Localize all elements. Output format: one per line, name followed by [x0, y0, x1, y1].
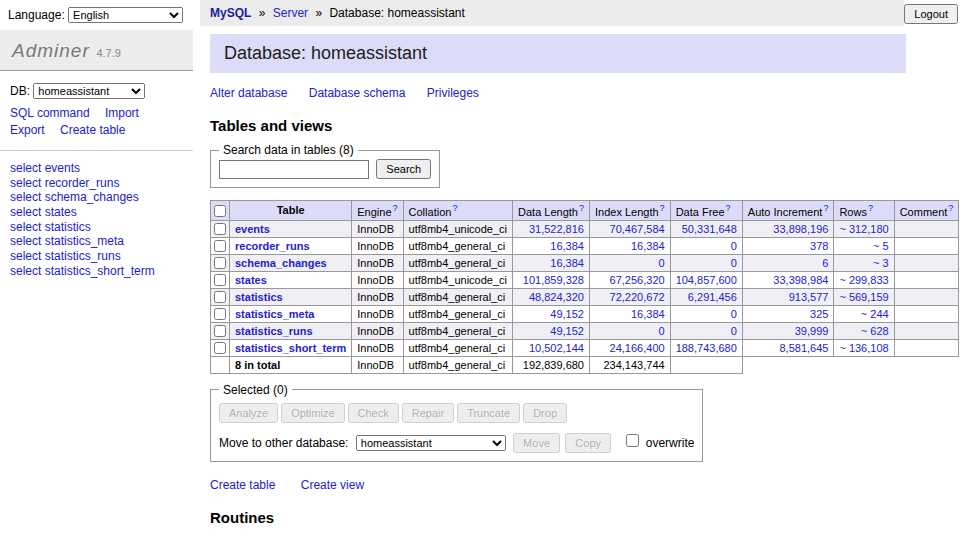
select-statistics-link[interactable]: select statistics [10, 220, 91, 234]
table-name-link-statistics_meta[interactable]: statistics_meta [235, 308, 315, 320]
data-length-link[interactable]: 101,859,328 [523, 274, 584, 286]
data-free-link[interactable]: 6,291,456 [688, 291, 737, 303]
bulk-analyze-button[interactable]: Analyze [219, 403, 278, 423]
row-checkbox-statistics[interactable] [214, 291, 226, 303]
help-link-data-length[interactable]: ? [579, 203, 584, 213]
data-length-link[interactable]: 49,152 [550, 325, 584, 337]
row-checkbox-statistics_meta[interactable] [214, 308, 226, 320]
row-checkbox-statistics_runs[interactable] [214, 325, 226, 337]
search-button[interactable]: Search [376, 159, 431, 179]
row-checkbox-schema_changes[interactable] [214, 257, 226, 269]
db-select[interactable]: homeassistant [33, 83, 145, 99]
index-length-link[interactable]: 16,384 [631, 240, 665, 252]
data-free-link[interactable]: 0 [731, 240, 737, 252]
help-link-rows[interactable]: ? [868, 203, 873, 213]
data-free-link[interactable]: 104,857,600 [676, 274, 737, 286]
sidebar-link-import[interactable]: Import [105, 106, 139, 120]
rows-link[interactable]: ~ 569,159 [839, 291, 888, 303]
help-link-data-free[interactable]: ? [726, 203, 731, 213]
select-all-checkbox[interactable] [214, 205, 226, 217]
data-length-link[interactable]: 48,824,320 [529, 291, 584, 303]
breadcrumb-server-link[interactable]: Server [273, 6, 308, 20]
row-checkbox-events[interactable] [214, 223, 226, 235]
action-link-create-table[interactable]: Create table [210, 478, 275, 492]
bulk-check-button[interactable]: Check [348, 403, 399, 423]
nav-link-database-schema[interactable]: Database schema [309, 86, 406, 100]
index-length-link[interactable]: 16,384 [631, 308, 665, 320]
bulk-optimize-button[interactable]: Optimize [281, 403, 344, 423]
row-checkbox-states[interactable] [214, 274, 226, 286]
select-events-link[interactable]: select events [10, 161, 80, 175]
sidebar-link-sql-command[interactable]: SQL command [10, 106, 90, 120]
table-name-link-statistics_short_term[interactable]: statistics_short_term [235, 342, 346, 354]
help-link-index-length[interactable]: ? [660, 203, 665, 213]
help-link-comment[interactable]: ? [948, 203, 953, 213]
sidebar-link-export[interactable]: Export [10, 123, 45, 137]
table-name-link-recorder_runs[interactable]: recorder_runs [235, 240, 310, 252]
rows-link[interactable]: ~ 244 [861, 308, 889, 320]
select-statistics-short-term-link[interactable]: select statistics_short_term [10, 264, 155, 278]
help-link-auto-increment[interactable]: ? [823, 203, 828, 213]
sidebar-link-create-table[interactable]: Create table [60, 123, 125, 137]
index-length-link[interactable]: 0 [659, 257, 665, 269]
table-name-link-statistics_runs[interactable]: statistics_runs [235, 325, 313, 337]
select-statistics-meta-link[interactable]: select statistics_meta [10, 234, 124, 248]
auto-increment-link[interactable]: 913,577 [789, 291, 829, 303]
auto-increment-link[interactable]: 6 [822, 257, 828, 269]
select-schema-changes-link[interactable]: select schema_changes [10, 190, 139, 204]
rows-link[interactable]: ~ 628 [861, 325, 889, 337]
bulk-repair-button[interactable]: Repair [402, 403, 454, 423]
auto-increment-link[interactable]: 325 [810, 308, 828, 320]
data-length-link[interactable]: 49,152 [550, 308, 584, 320]
auto-increment-link[interactable]: 8,581,645 [779, 342, 828, 354]
nav-link-privileges[interactable]: Privileges [427, 86, 479, 100]
row-checkbox-statistics_short_term[interactable] [214, 342, 226, 354]
auto-increment-link[interactable]: 33,398,984 [773, 274, 828, 286]
row-checkbox-recorder_runs[interactable] [214, 240, 226, 252]
data-free-link[interactable]: 0 [731, 308, 737, 320]
data-free-link[interactable]: 0 [731, 325, 737, 337]
data-free-link[interactable]: 0 [731, 257, 737, 269]
nav-link-alter-database[interactable]: Alter database [210, 86, 287, 100]
overwrite-checkbox[interactable] [626, 434, 639, 447]
move-button[interactable]: Move [513, 433, 560, 453]
select-recorder-runs-link[interactable]: select recorder_runs [10, 176, 119, 190]
data-length-link[interactable]: 16,384 [550, 240, 584, 252]
select-statistics-runs-link[interactable]: select statistics_runs [10, 249, 121, 263]
data-free-link[interactable]: 188,743,680 [676, 342, 737, 354]
index-length-link[interactable]: 70,467,584 [610, 223, 665, 235]
index-length-link[interactable]: 0 [659, 325, 665, 337]
rows-link[interactable]: ~ 136,108 [839, 342, 888, 354]
bulk-truncate-button[interactable]: Truncate [457, 403, 520, 423]
data-length-link[interactable]: 10,502,144 [529, 342, 584, 354]
rows-link[interactable]: ~ 299,833 [839, 274, 888, 286]
index-length-link[interactable]: 24,166,400 [610, 342, 665, 354]
auto-increment-link[interactable]: 378 [810, 240, 828, 252]
language-select[interactable]: English [68, 7, 183, 23]
data-length-link[interactable]: 16,384 [550, 257, 584, 269]
index-length-link[interactable]: 72,220,672 [610, 291, 665, 303]
rows-link[interactable]: ~ 3 [873, 257, 889, 269]
help-link-engine[interactable]: ? [393, 203, 398, 213]
action-link-create-view[interactable]: Create view [301, 478, 364, 492]
search-input[interactable] [219, 160, 369, 179]
help-link-collation[interactable]: ? [452, 203, 457, 213]
table-name-link-events[interactable]: events [235, 223, 270, 235]
bulk-drop-button[interactable]: Drop [523, 403, 567, 423]
table-name-link-statistics[interactable]: statistics [235, 291, 283, 303]
table-name-link-schema_changes[interactable]: schema_changes [235, 257, 327, 269]
rows-link[interactable]: ~ 312,180 [839, 223, 888, 235]
auto-increment-link[interactable]: 33,898,196 [773, 223, 828, 235]
index-length-link[interactable]: 67,256,320 [610, 274, 665, 286]
table-name-link-states[interactable]: states [235, 274, 267, 286]
data-free-link[interactable]: 50,331,648 [682, 223, 737, 235]
adminer-logo[interactable]: Adminer [12, 40, 90, 61]
auto-increment-link[interactable]: 39,999 [795, 325, 829, 337]
rows-link[interactable]: ~ 5 [873, 240, 889, 252]
copy-button[interactable]: Copy [565, 433, 611, 453]
breadcrumb-mysql-link[interactable]: MySQL [210, 6, 251, 20]
select-states-link[interactable]: select states [10, 205, 77, 219]
collation-cell: utf8mb4_unicode_ci [403, 220, 512, 237]
move-db-select[interactable]: homeassistant [356, 435, 506, 451]
data-length-link[interactable]: 31,522,816 [529, 223, 584, 235]
